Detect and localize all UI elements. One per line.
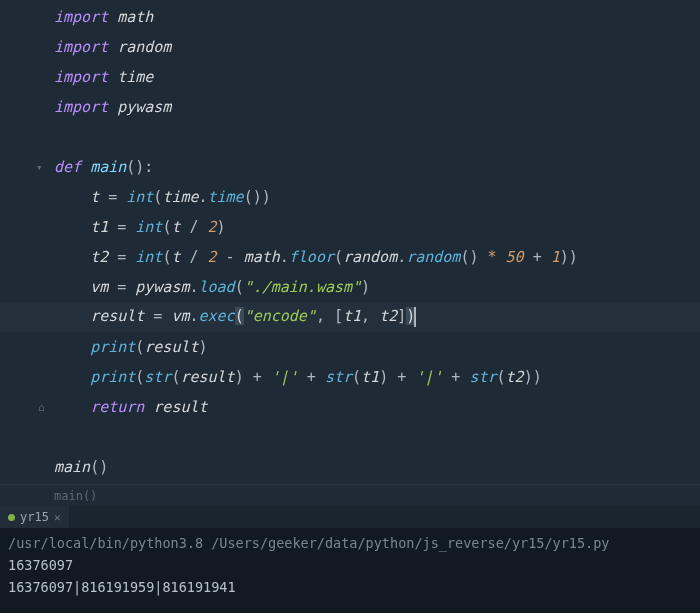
terminal-line: 16376097|816191959|816191941 (8, 576, 692, 598)
code-line[interactable]: print(result) (0, 332, 700, 362)
code-line[interactable]: t = int(time.time()) (0, 182, 700, 212)
line-gutter: ⌂ (0, 392, 48, 422)
breadcrumb-item[interactable]: main() (54, 489, 97, 503)
fold-icon[interactable]: ▾ (36, 161, 43, 174)
line-gutter (0, 242, 48, 272)
code-line[interactable]: import pywasm (0, 92, 700, 122)
line-gutter (0, 122, 48, 152)
code-line[interactable]: ▾ def main(): (0, 152, 700, 182)
line-gutter (0, 212, 48, 242)
line-gutter (0, 92, 48, 122)
code-line[interactable]: import time (0, 62, 700, 92)
terminal-line: 16376097 (8, 554, 692, 576)
line-gutter (0, 272, 48, 302)
matching-paren-open: ( (235, 307, 244, 325)
line-gutter (0, 302, 48, 332)
text-cursor (414, 307, 416, 327)
code-line-active[interactable]: result = vm.exec("encode", [t1, t2]) (0, 302, 700, 332)
line-gutter: ▾ (0, 152, 48, 182)
code-line[interactable]: print(str(result) + '|' + str(t1) + '|' … (0, 362, 700, 392)
code-line[interactable]: import math (0, 2, 700, 32)
code-editor[interactable]: import math import random import time im… (0, 0, 700, 484)
code-line[interactable]: import random (0, 32, 700, 62)
line-gutter (0, 62, 48, 92)
close-icon[interactable]: ✕ (54, 511, 61, 524)
terminal-line: /usr/local/bin/python3.8 /Users/geeker/d… (8, 532, 692, 554)
terminal-tab-label: yr15 (20, 510, 49, 524)
code-line[interactable]: main() (0, 452, 700, 482)
code-line[interactable]: t1 = int(t / 2) (0, 212, 700, 242)
line-gutter (0, 182, 48, 212)
line-gutter (0, 422, 48, 452)
line-gutter (0, 32, 48, 62)
line-gutter (0, 362, 48, 392)
terminal-tab[interactable]: yr15 ✕ (0, 506, 69, 528)
terminal-tab-bar[interactable]: yr15 ✕ (0, 506, 700, 528)
code-line[interactable]: ⌂ return result (0, 392, 700, 422)
run-status-icon (8, 514, 15, 521)
line-gutter (0, 2, 48, 32)
code-line-empty[interactable] (0, 422, 700, 452)
lock-icon: ⌂ (38, 401, 45, 414)
line-gutter (0, 452, 48, 482)
terminal-output[interactable]: /usr/local/bin/python3.8 /Users/geeker/d… (0, 528, 700, 613)
code-line[interactable]: t2 = int(t / 2 - math.floor(random.rando… (0, 242, 700, 272)
code-line[interactable]: vm = pywasm.load("./main.wasm") (0, 272, 700, 302)
line-gutter (0, 332, 48, 362)
breadcrumb[interactable]: main() (0, 484, 700, 506)
code-line-empty[interactable] (0, 122, 700, 152)
